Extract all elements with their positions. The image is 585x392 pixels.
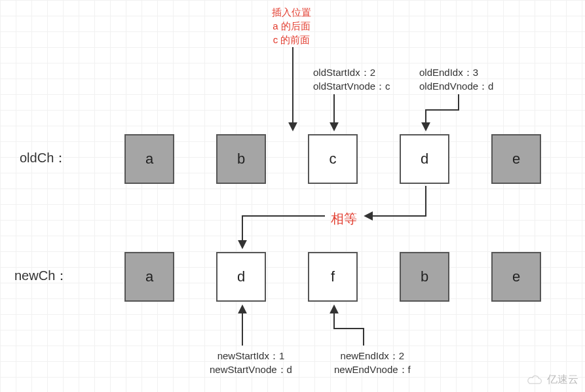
new-end-idx: newEndIdx：2 bbox=[334, 349, 411, 363]
new-row: adfbe bbox=[124, 252, 541, 302]
old-start-annotation: oldStartIdx：2 oldStartVnode：c bbox=[313, 65, 390, 93]
newch-label: newCh： bbox=[14, 267, 68, 285]
insert-annotation: 插入位置 a 的后面 c 的前面 bbox=[272, 5, 311, 46]
new-start-vnode: newStartVnode：d bbox=[210, 363, 292, 376]
old-cell-e: e bbox=[491, 134, 541, 184]
old-cell-d: d bbox=[400, 134, 449, 184]
watermark-text: 亿速云 bbox=[547, 373, 578, 387]
arrow-equal-top bbox=[366, 186, 426, 216]
insert-line1: 插入位置 bbox=[272, 5, 311, 19]
equal-annotation: 相等 bbox=[331, 209, 357, 228]
old-end-vnode: oldEndVnode：d bbox=[419, 79, 493, 93]
old-end-idx: oldEndIdx：3 bbox=[419, 65, 493, 79]
old-cell-b: b bbox=[216, 134, 266, 184]
new-cell-f: f bbox=[308, 252, 358, 302]
oldch-label: oldCh： bbox=[20, 149, 67, 167]
new-start-idx: newStartIdx：1 bbox=[210, 349, 292, 363]
cloud-icon bbox=[526, 375, 543, 385]
old-end-annotation: oldEndIdx：3 oldEndVnode：d bbox=[419, 65, 493, 93]
new-end-vnode: newEndVnode：f bbox=[334, 363, 411, 376]
insert-line3: c 的前面 bbox=[272, 33, 311, 46]
old-start-vnode: oldStartVnode：c bbox=[313, 79, 390, 93]
insert-line2: a 的后面 bbox=[272, 19, 311, 33]
watermark: 亿速云 bbox=[526, 373, 578, 387]
arrow-equal-bottom bbox=[242, 216, 325, 247]
old-row: abcde bbox=[124, 134, 541, 184]
new-cell-d: d bbox=[216, 252, 266, 302]
new-end-annotation: newEndIdx：2 newEndVnode：f bbox=[334, 349, 411, 376]
arrows-layer bbox=[0, 0, 585, 392]
arrow-old-end bbox=[426, 94, 459, 130]
old-cell-a: a bbox=[124, 134, 174, 184]
old-start-idx: oldStartIdx：2 bbox=[313, 65, 390, 79]
old-cell-c: c bbox=[308, 134, 358, 184]
new-cell-a: a bbox=[124, 252, 174, 302]
new-start-annotation: newStartIdx：1 newStartVnode：d bbox=[210, 349, 292, 376]
new-cell-e: e bbox=[491, 252, 541, 302]
new-cell-b: b bbox=[400, 252, 449, 302]
arrow-new-end bbox=[334, 306, 364, 346]
